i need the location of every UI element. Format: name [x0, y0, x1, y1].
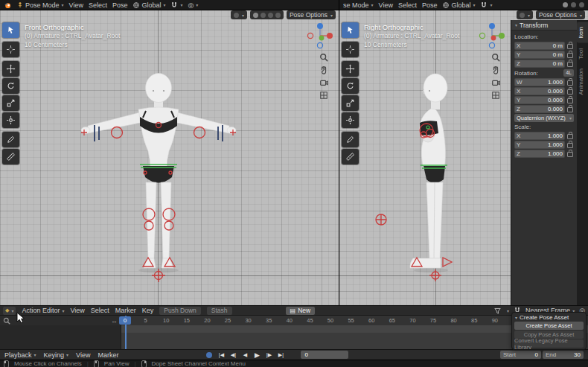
menu-pose[interactable]: Pose: [112, 1, 128, 9]
navigation-gizmo[interactable]: [306, 22, 334, 50]
overlays-toggle[interactable]: ▾: [517, 10, 533, 19]
orthographic-grid-icon[interactable]: [491, 91, 500, 100]
lock-icon[interactable]: [567, 62, 573, 67]
tool-transform-button[interactable]: [342, 112, 359, 128]
snap-dropdown[interactable]: ▾: [480, 1, 492, 9]
tool-tweak-button[interactable]: [2, 22, 19, 38]
overlays-toggle[interactable]: ▾: [231, 10, 247, 19]
lock-icon[interactable]: [567, 44, 573, 49]
location-z-field[interactable]: Z0 m: [514, 60, 565, 68]
tool-scale-button[interactable]: [342, 95, 359, 111]
tool-measure-button[interactable]: [2, 149, 19, 165]
viewport-right[interactable]: ▾ Pose Options ▾ Right Orthographic (0) …: [339, 10, 588, 305]
play-button[interactable]: ▶: [252, 351, 262, 359]
viewport-front[interactable]: ▾ Pose Options ▾ Front Orthographic (0) …: [0, 10, 339, 305]
search-icon[interactable]: [3, 317, 10, 325]
orientation-dropdown[interactable]: Global ▾: [132, 1, 165, 9]
new-action-button[interactable]: ▤ New: [286, 307, 316, 315]
lock-icon[interactable]: [567, 98, 573, 103]
pan-hand-icon[interactable]: [319, 66, 328, 74]
camera-icon[interactable]: [319, 78, 328, 87]
rotation-mode-dropdown[interactable]: Quaternion (WXYZ) ▾: [514, 114, 574, 122]
lock-icon[interactable]: [567, 152, 573, 157]
menu-select[interactable]: Select: [398, 1, 417, 9]
location-y-field[interactable]: Y0 m: [514, 51, 565, 59]
tool-move-button[interactable]: [2, 61, 19, 77]
tool-rotate-button[interactable]: [2, 78, 19, 94]
jump-to-end-button[interactable]: ▶|: [275, 351, 286, 359]
menu-pose[interactable]: Pose: [422, 1, 438, 9]
push-down-button[interactable]: Push Down: [159, 307, 200, 315]
shading-solid-icon[interactable]: [563, 2, 568, 7]
tool-cursor-button[interactable]: [2, 42, 19, 57]
dopesheet-mode-dropdown[interactable]: Action Editor ▾: [22, 307, 64, 314]
tool-transform-button[interactable]: [2, 112, 19, 128]
current-frame-indicator[interactable]: 0: [119, 316, 131, 325]
menu-keying[interactable]: Keying▾: [44, 351, 69, 359]
lock-icon[interactable]: [567, 134, 573, 139]
rotation-mode-badge[interactable]: 4L: [563, 69, 574, 77]
mode-dropdown[interactable]: Pose Mode ▾: [16, 1, 64, 9]
lock-icon[interactable]: [567, 89, 573, 95]
pose-options-dropdown[interactable]: Pose Options ▾: [536, 10, 585, 19]
orientation-dropdown[interactable]: Global ▾: [442, 1, 475, 9]
tab-item[interactable]: Item: [577, 22, 588, 43]
menu-playback[interactable]: Playback▾: [4, 351, 36, 359]
zoom-icon[interactable]: [491, 53, 500, 62]
editor-type-dropdown[interactable]: ◆ ▾: [3, 307, 16, 315]
tool-tweak-button[interactable]: [342, 22, 359, 38]
scale-z-field[interactable]: Z1.000: [514, 150, 565, 158]
rotation-z-field[interactable]: Z0.000: [514, 105, 565, 113]
mode-dropdown[interactable]: se Mode ▾: [343, 1, 374, 9]
auto-key-record-button[interactable]: [206, 352, 212, 358]
frame-end-field[interactable]: End30: [543, 351, 584, 359]
transform-panel-header[interactable]: ▾ Transform: [511, 20, 577, 31]
location-x-field[interactable]: X0 m: [514, 42, 565, 50]
tab-tool[interactable]: Tool: [577, 44, 588, 64]
frame-start-field[interactable]: Start0: [500, 351, 541, 359]
menu-view[interactable]: View: [69, 1, 83, 9]
tab-animation[interactable]: Animation: [577, 64, 588, 100]
tool-annotate-button[interactable]: [342, 132, 359, 147]
shading-mode-switcher[interactable]: [250, 10, 284, 19]
scale-x-field[interactable]: X1.000: [514, 132, 565, 140]
pose-character-side[interactable]: [368, 71, 480, 288]
pan-hand-icon[interactable]: [491, 66, 500, 74]
tool-rotate-button[interactable]: [342, 78, 359, 94]
lock-icon[interactable]: [567, 143, 573, 148]
pose-asset-panel-header[interactable]: ▾ Create Pose Asset: [514, 313, 584, 322]
proportional-edit-dropdown[interactable]: ◎ ▾: [188, 1, 198, 9]
rotation-w-field[interactable]: W1.000: [514, 78, 565, 86]
tool-measure-button[interactable]: [342, 149, 359, 165]
snap-dropdown[interactable]: ▾: [170, 1, 182, 9]
menu-select[interactable]: Select: [91, 307, 109, 314]
scale-y-field[interactable]: Y1.000: [514, 141, 565, 149]
convert-legacy-pose-library-button[interactable]: Convert Legacy Pose Library: [514, 339, 584, 348]
resize-handle-icon[interactable]: ↔: [111, 317, 118, 325]
menu-key[interactable]: Key: [142, 307, 154, 314]
previous-keyframe-button[interactable]: ◀|: [228, 351, 238, 359]
menu-view[interactable]: View: [379, 1, 393, 9]
menu-marker[interactable]: Marker: [115, 307, 136, 314]
tool-cursor-button[interactable]: [342, 42, 359, 57]
filter-funnel-icon[interactable]: [493, 307, 502, 315]
shading-rendered-icon[interactable]: [579, 2, 584, 7]
shading-material-icon[interactable]: [571, 2, 576, 7]
navigation-gizmo[interactable]: [478, 22, 506, 50]
tool-annotate-button[interactable]: [2, 132, 19, 147]
blender-logo-icon[interactable]: [4, 1, 11, 9]
menu-view[interactable]: View: [70, 307, 84, 314]
create-pose-asset-button[interactable]: Create Pose Asset: [514, 322, 584, 330]
camera-icon[interactable]: [491, 78, 500, 87]
current-frame-field[interactable]: 0: [301, 351, 348, 359]
rotation-x-field[interactable]: X0.000: [514, 87, 565, 95]
jump-to-start-button[interactable]: |◀: [216, 351, 226, 359]
pose-character-front[interactable]: [79, 71, 238, 288]
next-keyframe-button[interactable]: |▶: [263, 351, 274, 359]
rotation-y-field[interactable]: Y0.000: [514, 96, 565, 104]
stash-button[interactable]: Stash: [207, 307, 232, 315]
tool-scale-button[interactable]: [2, 95, 19, 111]
menu-marker[interactable]: Marker: [98, 351, 118, 359]
lock-icon[interactable]: [567, 53, 573, 58]
pose-options-dropdown[interactable]: Pose Options ▾: [287, 10, 336, 19]
